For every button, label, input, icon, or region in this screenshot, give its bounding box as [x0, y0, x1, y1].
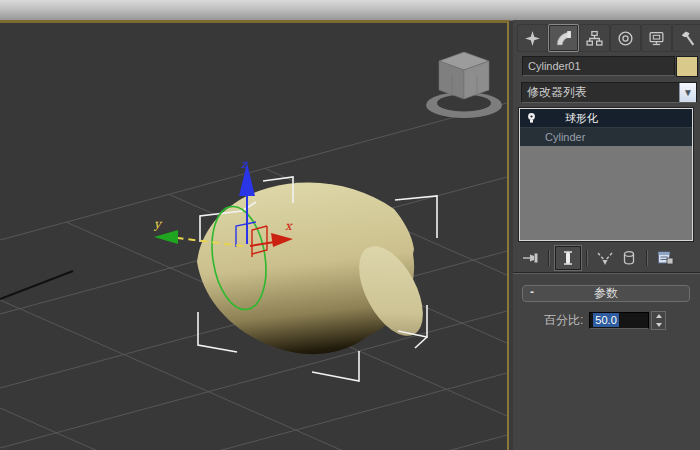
gizmo-y-arrow[interactable] [154, 230, 178, 244]
configure-modifier-sets-icon [657, 250, 674, 266]
cylinder-object[interactable] [197, 183, 436, 355]
command-panel: Cylinder01 修改器列表 ▼ 球形化 Cylinder [513, 20, 700, 450]
triangle-up-icon [656, 314, 662, 318]
rollout-collapse-glyph[interactable]: - [530, 285, 534, 300]
rollout-title: 参数 [594, 286, 618, 300]
world-axis-line [0, 271, 73, 299]
spinner-up-button[interactable] [652, 312, 665, 321]
remove-modifier-icon [622, 250, 636, 266]
percent-parameter-row: 百分比: 50.0 [513, 311, 700, 330]
percent-spinner [651, 311, 666, 330]
percent-input[interactable]: 50.0 [589, 312, 649, 329]
show-end-result-button[interactable] [555, 246, 581, 270]
stack-row-spherify[interactable]: 球形化 [520, 109, 692, 127]
modifier-list-label: 修改器列表 [527, 85, 587, 99]
spinner-down-button[interactable] [652, 321, 665, 330]
perspective-viewport[interactable]: z x y [0, 20, 509, 450]
tab-utilities[interactable] [672, 24, 700, 52]
tab-motion[interactable] [610, 24, 641, 52]
stack-toolbar [519, 246, 693, 270]
object-color-swatch[interactable] [676, 56, 698, 77]
motion-icon [617, 30, 634, 47]
object-name-field[interactable]: Cylinder01 [522, 56, 675, 76]
main-toolbar-strip [0, 0, 700, 21]
panel-divider [513, 272, 700, 274]
tab-display[interactable] [641, 24, 672, 52]
viewcube[interactable] [426, 52, 502, 118]
lightbulb-icon[interactable] [526, 112, 537, 125]
hierarchy-icon [586, 30, 603, 47]
remove-modifier-button[interactable] [617, 247, 641, 269]
utilities-icon [679, 30, 696, 47]
command-panel-tabs [517, 24, 700, 52]
tab-modify[interactable] [548, 24, 579, 52]
chevron-down-icon[interactable]: ▼ [679, 83, 696, 102]
percent-label: 百分比: [544, 312, 583, 329]
pin-stack-button[interactable] [519, 247, 543, 269]
make-unique-button[interactable] [593, 247, 617, 269]
toolbar-separator [586, 250, 588, 266]
tab-hierarchy[interactable] [579, 24, 610, 52]
stack-row-label: Cylinder [545, 128, 585, 146]
axis-label-y: y [153, 217, 163, 231]
pin-stack-icon [522, 251, 540, 265]
make-unique-icon [596, 251, 614, 266]
stack-row-cylinder[interactable]: Cylinder [520, 127, 692, 146]
toolbar-separator [548, 250, 550, 266]
object-name-row: Cylinder01 [513, 56, 700, 76]
parameters-rollout-header[interactable]: - 参数 [522, 285, 690, 302]
show-end-result-icon [562, 250, 574, 266]
modifier-list-dropdown[interactable]: 修改器列表 ▼ [521, 82, 697, 103]
tab-create[interactable] [517, 24, 548, 52]
triangle-down-icon [656, 323, 662, 327]
display-icon [648, 30, 665, 47]
stack-row-label: 球形化 [565, 109, 598, 127]
modifier-stack[interactable]: 球形化 Cylinder [519, 108, 693, 241]
modify-icon [555, 30, 572, 47]
configure-modifier-sets-button[interactable] [653, 247, 677, 269]
toolbar-separator [646, 250, 648, 266]
create-icon [524, 30, 541, 47]
percent-value: 50.0 [593, 313, 618, 327]
